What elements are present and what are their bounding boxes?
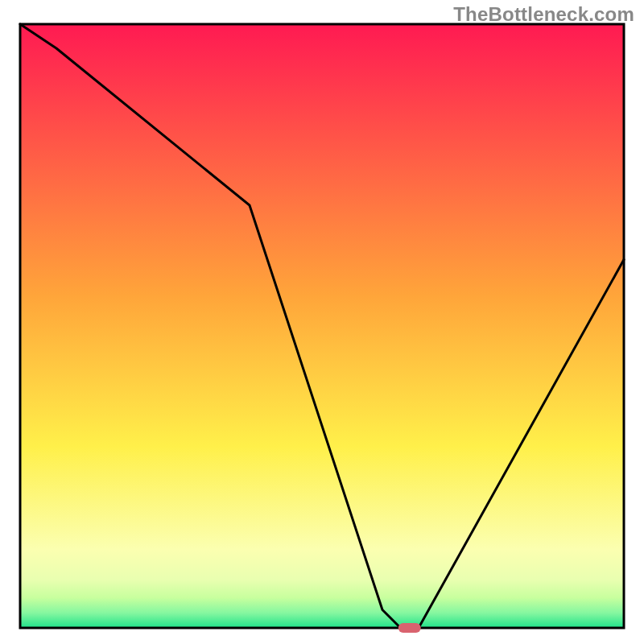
min-marker-pill [398,623,421,633]
chart-svg [0,0,644,644]
plot-background [20,24,624,628]
chart-stage: TheBottleneck.com [0,0,644,644]
